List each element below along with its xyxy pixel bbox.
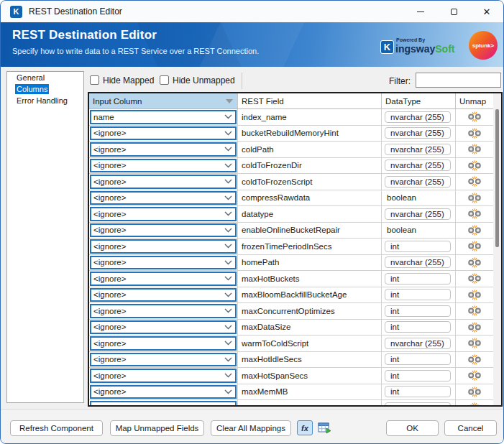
- datatype-cell[interactable]: nvarchar (255): [382, 336, 456, 351]
- minimize-button[interactable]: [404, 1, 437, 22]
- column-header-datatype[interactable]: DataType: [382, 93, 456, 108]
- broken-link-icon: [467, 338, 482, 348]
- unmap-button[interactable]: [456, 255, 493, 271]
- rest-field-cell: maxHotBuckets: [238, 271, 382, 287]
- unmap-button[interactable]: [456, 368, 493, 384]
- input-column-dropdown[interactable]: <ignore>: [90, 256, 237, 270]
- unmap-button[interactable]: [456, 142, 493, 157]
- broken-link-icon: [467, 128, 482, 139]
- rest-field-cell: compressRawdata: [238, 190, 382, 206]
- datatype-cell[interactable]: nvarchar (255): [382, 142, 456, 157]
- unmap-button[interactable]: [456, 352, 493, 368]
- input-column-dropdown[interactable]: <ignore>: [90, 191, 237, 205]
- sidebar-item-columns[interactable]: Columns: [7, 83, 83, 95]
- unmap-button[interactable]: [456, 287, 493, 303]
- datatype-cell[interactable]: int: [382, 271, 456, 287]
- input-column-dropdown[interactable]: <ignore>: [90, 385, 237, 399]
- input-column-dropdown[interactable]: <ignore>: [90, 175, 237, 189]
- input-column-dropdown[interactable]: <ignore>: [90, 320, 237, 335]
- input-column-dropdown[interactable]: <ignore>: [90, 239, 237, 254]
- input-column-dropdown[interactable]: <ignore>: [90, 159, 237, 173]
- datatype-cell[interactable]: int: [382, 368, 456, 384]
- broken-link-icon: [467, 305, 482, 316]
- table-row: name index_name nvarchar (255): [89, 109, 501, 126]
- clear-all-mappings-button[interactable]: Clear All Mappings: [211, 420, 291, 436]
- column-header-input-column[interactable]: Input Column: [89, 93, 238, 108]
- datatype-cell[interactable]: boolean: [382, 223, 456, 239]
- close-button[interactable]: ✕: [470, 1, 503, 22]
- rest-field-cell: coldPath: [238, 142, 382, 157]
- datatype-cell[interactable]: nvarchar (255): [382, 109, 456, 125]
- unmap-button[interactable]: [456, 303, 493, 319]
- unmap-button[interactable]: [456, 126, 493, 142]
- rest-field-cell: homePath: [238, 255, 382, 271]
- datatype-cell[interactable]: int: [382, 352, 456, 368]
- datatype-cell[interactable]: nvarchar (255): [382, 255, 456, 271]
- expression-fx-button[interactable]: fx: [297, 420, 313, 435]
- unmap-button[interactable]: [456, 206, 493, 222]
- datatype-cell[interactable]: int: [382, 303, 456, 319]
- datatype-cell[interactable]: int: [382, 400, 456, 407]
- input-column-dropdown[interactable]: <ignore>: [90, 142, 237, 157]
- window-controls: ✕: [404, 1, 503, 22]
- unmap-button[interactable]: [456, 271, 493, 287]
- input-column-dropdown[interactable]: <ignore>: [90, 401, 237, 407]
- input-column-dropdown[interactable]: <ignore>: [90, 288, 237, 302]
- hide-unmapped-checkbox[interactable]: [160, 75, 169, 85]
- maximize-button[interactable]: [437, 1, 470, 22]
- refresh-component-button[interactable]: Refresh Component: [10, 420, 103, 436]
- sidebar-item-error-handling[interactable]: Error Handling: [7, 95, 83, 106]
- input-column-dropdown[interactable]: <ignore>: [90, 336, 237, 351]
- datatype-cell[interactable]: int: [382, 239, 456, 254]
- datatype-cell[interactable]: nvarchar (255): [382, 126, 456, 142]
- table-row: <ignore> maxHotIdleSecs int: [89, 352, 501, 369]
- unmap-button[interactable]: [456, 239, 493, 254]
- input-column-dropdown[interactable]: <ignore>: [90, 272, 237, 286]
- unmap-button[interactable]: [456, 320, 493, 336]
- datatype-cell[interactable]: int: [382, 287, 456, 303]
- sidebar: General Columns Error Handling: [6, 71, 84, 403]
- sidebar-item-general[interactable]: General: [7, 72, 83, 83]
- datatype-cell[interactable]: nvarchar (255): [382, 174, 456, 190]
- datatype-cell[interactable]: nvarchar (255): [382, 206, 456, 222]
- filter-input[interactable]: [416, 73, 501, 88]
- rest-field-cell: maxHotIdleSecs: [238, 352, 382, 368]
- broken-link-icon: [467, 160, 482, 171]
- unmap-button[interactable]: [456, 158, 493, 174]
- map-unmapped-fields-button[interactable]: Map Unmapped Fields: [110, 420, 204, 436]
- scrollbar-thumb[interactable]: [495, 109, 499, 247]
- column-header-rest-field[interactable]: REST Field: [238, 93, 382, 108]
- chevron-down-icon: [224, 195, 232, 200]
- unmap-button[interactable]: [456, 190, 493, 206]
- chevron-down-icon: [224, 211, 232, 216]
- input-column-dropdown[interactable]: <ignore>: [90, 304, 237, 318]
- vertical-scrollbar[interactable]: [493, 93, 501, 405]
- cancel-button[interactable]: Cancel: [444, 420, 497, 436]
- input-column-dropdown[interactable]: <ignore>: [90, 223, 237, 238]
- input-column-dropdown[interactable]: <ignore>: [90, 369, 237, 383]
- ok-button[interactable]: OK: [386, 420, 439, 436]
- unmap-button[interactable]: [456, 336, 493, 351]
- rest-field-cell: maxMemMB: [238, 384, 382, 400]
- chevron-down-icon: [224, 341, 232, 346]
- hide-mapped-checkbox[interactable]: [90, 75, 99, 85]
- unmap-button[interactable]: [456, 174, 493, 190]
- unmap-button[interactable]: [456, 223, 493, 239]
- datatype-cell[interactable]: nvarchar (255): [382, 158, 456, 174]
- input-column-dropdown[interactable]: name: [90, 110, 237, 124]
- unmap-button[interactable]: [456, 400, 493, 407]
- data-viewer-button[interactable]: [317, 420, 332, 435]
- datatype-cell[interactable]: int: [382, 384, 456, 400]
- column-header-unmap[interactable]: Unmap: [456, 93, 493, 108]
- rest-field-cell: coldToFrozenDir: [238, 158, 382, 174]
- unmap-button[interactable]: [456, 109, 493, 125]
- broken-link-icon: [467, 257, 482, 268]
- input-column-dropdown[interactable]: <ignore>: [90, 353, 237, 367]
- datatype-cell[interactable]: boolean: [382, 190, 456, 206]
- broken-link-icon: [467, 241, 482, 251]
- input-column-dropdown[interactable]: <ignore>: [90, 126, 237, 141]
- table-row: <ignore> warmToColdScript nvarchar (255): [89, 336, 501, 352]
- unmap-button[interactable]: [456, 384, 493, 400]
- datatype-cell[interactable]: int: [382, 320, 456, 336]
- input-column-dropdown[interactable]: <ignore>: [90, 207, 237, 221]
